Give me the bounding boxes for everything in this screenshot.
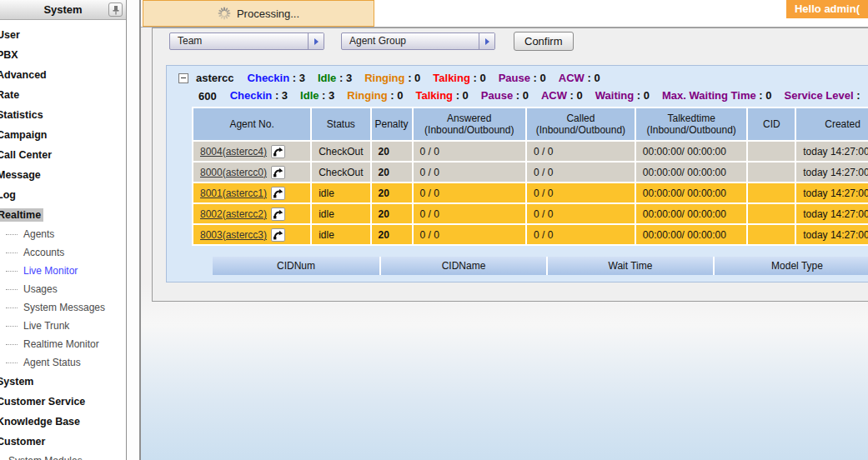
stat-waiting: Waiting : 0 [595,89,650,102]
column-header-agent-no: Agent No. [193,108,310,140]
sidebar-item-rate[interactable]: Rate [0,85,126,105]
queue-stats: Checkin : 3Idle : 3Ringing : 0Talking : … [230,89,868,103]
called-cell: 0 / 0 [527,142,635,161]
sidebar-item-campaign[interactable]: Campaign [0,125,126,145]
stat-label: Ringing [347,89,387,102]
agent-link[interactable]: 8001(astercc1) [200,188,267,199]
stat-value: 3 [299,72,305,84]
sidebar-item-knowledge-base[interactable]: Knowledge Base [0,412,126,432]
agent-row-8003-astercc3: 8003(astercc3)idle200 / 00 / 000:00:00/ … [193,225,868,244]
sidebar-item-agent-status[interactable]: Agent Status [0,353,126,372]
stat-separator: : [405,72,415,84]
answered-cell: 0 / 0 [414,183,525,202]
call-pickup-icon[interactable] [271,208,285,221]
chevron-right-icon[interactable] [479,33,494,49]
panel-splitter[interactable] [128,0,139,460]
penalty-cell: 20 [372,183,412,202]
group-stats: Checkin : 3Idle : 3Ringing : 0Talking : … [248,72,613,84]
sidebar-item-accounts[interactable]: Accounts [0,243,126,262]
sidebar-item-label: System [0,376,33,388]
stat-label: Pause [481,89,513,102]
sidebar-item-user[interactable]: User [0,25,126,45]
answered-cell: 0 / 0 [414,142,525,161]
stat-idle: Idle : 3 [300,89,334,102]
monitor-panel: astercc Checkin : 3Idle : 3Ringing : 0Ta… [166,65,868,282]
sidebar-item-label: Call Center [0,149,52,161]
stat-value: 0 [577,89,583,102]
sidebar-title: System [43,3,82,16]
column-header-called: Called (Inbound/Outbound) [527,108,635,140]
sidebar-item-statistics[interactable]: Statistics [0,105,126,125]
group-name: astercc [196,72,234,84]
stat-talking: Talking : 0 [415,89,468,102]
stat-checkin: Checkin : 3 [230,89,288,102]
sidebar-item-label: PBX [0,49,18,61]
stat-label: Checkin [248,72,290,84]
agent-link[interactable]: 8003(astercc3) [200,229,267,241]
agent-group-dropdown[interactable]: Agent Group [341,32,495,50]
agent-row-8001-astercc1: 8001(astercc1)idle200 / 00 / 000:00:00/ … [193,183,868,202]
agent-table-body: 8004(astercc4)CheckOut200 / 00 / 000:00:… [193,142,868,244]
sidebar-item-call-center[interactable]: Call Center [0,145,126,165]
sidebar-item-system[interactable]: System [0,372,126,392]
sidebar-item-live-monitor[interactable]: Live Monitor [0,262,126,280]
sidebar-item-realtime-monitor[interactable]: Realtime Monitor [0,335,126,353]
team-dropdown[interactable]: Team [169,32,324,50]
call-pickup-icon[interactable] [271,145,285,158]
sidebar-item-label: Customer Service [0,396,85,408]
sidebar-item-message[interactable]: Message [0,165,126,185]
agent-cell: 8002(astercc2) [200,208,304,221]
sidebar-item-customer[interactable]: Customer [0,432,126,452]
stat-label: Pause [499,72,530,84]
collapse-icon[interactable] [178,73,188,83]
called-cell: 0 / 0 [527,225,635,244]
sidebar-item-customer-service[interactable]: Customer Service [0,392,126,412]
stat-separator: : [319,89,329,102]
sidebar: System UserPBXAdvancedRateStatisticsCamp… [0,0,127,460]
sidebar-item-label: Realtime [0,208,43,222]
sidebar-item-usages[interactable]: Usages [0,280,126,298]
sidebar-item-label: Usages [23,283,58,295]
agent-link[interactable]: 8000(astercc0) [200,167,267,178]
sidebar-item-label: Agents [23,228,54,240]
stat-value: 0 [523,89,529,102]
agent-cell: 8001(astercc1) [200,187,304,200]
sidebar-item-log[interactable]: Log [0,185,126,205]
stat-separator: : [289,72,299,84]
sidebar-item-system-modules[interactable]: System Modules [0,452,126,460]
sidebar-item-advanced[interactable]: Advanced [0,65,126,85]
agent-link[interactable]: 8004(astercc4) [200,146,267,158]
sidebar-item-pbx[interactable]: PBX [0,45,126,65]
talkedtime-cell: 00:00:00/ 00:00:00 [636,204,747,223]
processing-banner: Processing... [143,0,374,27]
stat-value: 0 [463,89,469,102]
agent-row-8002-astercc2: 8002(astercc2)idle200 / 00 / 000:00:00/ … [193,204,868,223]
stat-separator: : [272,89,282,102]
pin-icon[interactable] [108,2,123,17]
sidebar-item-label: Campaign [0,129,47,141]
agent-link[interactable]: 8002(astercc2) [200,208,267,220]
stat-acw: ACW : 0 [541,89,583,102]
call-pickup-icon[interactable] [271,166,285,179]
cid-cell [748,225,795,244]
talkedtime-cell: 00:00:00/ 00:00:00 [636,183,747,202]
sidebar-item-agents[interactable]: Agents [0,225,126,243]
agent-no-cell: 8004(astercc4) [193,142,310,161]
confirm-button[interactable]: Confirm [514,32,574,51]
column-header-penalty: Penalty [372,108,412,140]
sidebar-item-label: Live Trunk [23,320,69,332]
call-pickup-icon[interactable] [271,228,285,242]
sidebar-item-system-messages[interactable]: System Messages [0,298,126,317]
sidebar-item-realtime[interactable]: Realtime [0,205,126,225]
stat-value: 0 [479,72,485,84]
penalty-cell: 20 [372,162,412,182]
chevron-right-icon[interactable] [308,33,324,49]
stat-separator: : [567,89,577,102]
status-cell: idle [312,204,369,223]
status-cell: idle [312,183,369,202]
created-cell: today 14:27:00 [796,204,868,223]
stat-separator: : [634,89,644,102]
call-pickup-icon[interactable] [271,187,285,200]
stat-checkin: Checkin : 3 [248,72,305,84]
sidebar-item-live-trunk[interactable]: Live Trunk [0,317,126,335]
